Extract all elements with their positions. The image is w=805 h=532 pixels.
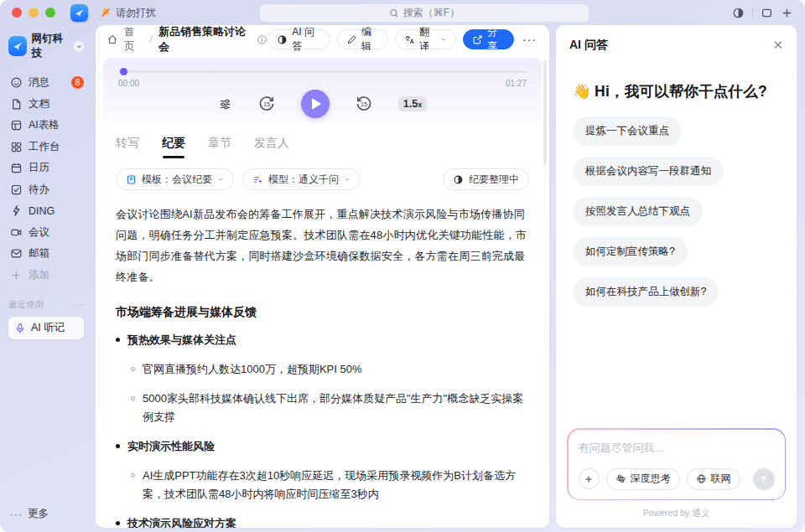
suggestion-chip[interactable]: 根据会议内容写一段群通知 [573,157,724,186]
svg-text:15: 15 [361,101,367,108]
playback-settings-icon[interactable] [218,97,232,111]
close-window-button[interactable] [12,8,22,18]
chevron-down-icon[interactable] [74,41,84,52]
tab-summary[interactable]: 纪要 [162,136,185,158]
do-not-disturb-status[interactable]: 请勿打扰 [100,6,156,20]
suggestion-chip[interactable]: 如何在科技产品上做创新? [573,277,719,307]
tab-speakers[interactable]: 发言人 [254,136,289,158]
playback-speed-button[interactable]: 1.5x [398,96,427,111]
total-time: 01:27 [506,79,527,88]
summary-intro: 会议讨论围绕AI新品发布会的筹备工作展开，重点解决技术演示风险与市场传播协同问题… [116,204,529,287]
sidebar-item-ai-table[interactable]: AI表格 [8,115,84,137]
forward-15-icon[interactable]: 15 [355,95,373,113]
bullet-icon [131,396,135,400]
sidebar-item-add[interactable]: 添加 [8,265,84,287]
bullet-item: 预热效果与媒体关注点 [116,331,529,349]
model-selector[interactable]: 模型：通义千问 [242,168,361,190]
bullet-icon [116,338,120,342]
breadcrumb-home[interactable]: 首页 [124,25,144,54]
calendar-icon [10,162,23,174]
main-scrollbar[interactable] [543,60,547,165]
pencil-icon [346,34,357,45]
sidebar-item-ding[interactable]: DING [8,200,84,222]
translate-icon [404,34,415,45]
theme-toggle-icon[interactable] [732,7,745,19]
recent-more-icon[interactable]: ··· [73,300,85,310]
bullet-item: 5000家头部科技媒体确认线下出席，部分媒体质疑产品"生产力"概念缺乏实操案例支… [131,390,529,426]
deep-think-icon [615,473,626,484]
close-icon[interactable]: ✕ [772,38,783,53]
send-button[interactable] [753,468,775,490]
ask-input[interactable]: 有问题尽管问我... [579,441,775,456]
maximize-window-button[interactable] [45,8,55,18]
suggestion-chip[interactable]: 如何定制宣传策略? [573,237,688,266]
bullet-icon [131,367,135,371]
edit-button[interactable]: 编辑 [337,29,388,49]
template-icon [126,174,137,185]
chevron-down-icon [344,176,351,183]
sidebar: 网钉科技 消息 8 文档 AI表格 [0,25,89,528]
half-circle-icon [277,34,288,45]
search-placeholder: 搜索（⌘F） [403,6,460,20]
sidebar-item-label: AI 听记 [31,321,65,335]
ai-qa-panel: AI 问答 ✕ 👋Hi，我可以帮你干点什么? 提炼一下会议重点 根据会议内容写一… [556,25,797,528]
chevron-down-icon [217,176,224,183]
template-selector[interactable]: 模板：会议纪要 [116,168,234,190]
todo-check-icon [10,183,23,196]
workspace-logo-icon [8,36,27,56]
workspace-switcher[interactable]: 网钉科技 [8,32,84,60]
sidebar-item-calendar[interactable]: 日历 [8,158,84,179]
sidebar-item-ai-notes[interactable]: AI 听记 [8,317,84,339]
globe-icon [696,473,707,484]
page-title: 新品销售策略讨论会 [158,25,251,54]
more-actions-button[interactable]: ··· [521,33,538,46]
svg-text:15: 15 [263,101,270,108]
sidebar-item-mail[interactable]: 邮箱 [8,243,84,265]
sidebar-more-button[interactable]: ··· 更多 [8,507,84,521]
table-icon [10,119,23,132]
button-label: AI 问答 [292,25,321,54]
model-label: 模型：通义千问 [268,173,339,187]
sidebar-item-messages[interactable]: 消息 8 [8,72,84,94]
attach-button[interactable] [579,468,600,489]
model-sparkle-icon [252,174,263,185]
lightning-icon [10,204,23,217]
sidebar-item-label: 日历 [29,161,49,175]
rewind-15-icon[interactable]: 15 [257,95,276,113]
new-window-icon[interactable] [761,7,773,19]
home-icon[interactable] [106,34,118,45]
share-button[interactable]: 分享 [463,29,514,49]
search-icon [389,8,399,18]
progress-bar[interactable] [118,68,527,75]
minimize-window-button[interactable] [29,8,39,18]
bullet-icon [131,473,135,478]
suggestion-chip[interactable]: 按照发言人总结下观点 [573,197,703,226]
info-icon[interactable] [257,34,267,45]
suggestion-chip[interactable]: 提炼一下会议重点 [573,116,682,146]
dingtalk-logo-icon [70,4,88,22]
sidebar-item-todo[interactable]: 待办 [8,179,84,201]
add-tab-icon[interactable] [781,7,793,19]
web-search-toggle[interactable]: 联网 [687,468,740,490]
window-controls [12,8,55,18]
status-label: 纪要整理中 [469,173,519,187]
progress-track [118,70,527,73]
sidebar-item-docs[interactable]: 文档 [8,94,84,116]
global-search-input[interactable]: 搜索（⌘F） [260,4,589,22]
tab-transcript[interactable]: 转写 [116,136,139,158]
translate-button[interactable]: 翻译 [395,29,456,49]
bullet-icon [116,444,120,448]
button-label: 编辑 [361,25,379,54]
sidebar-item-workbench[interactable]: 工作台 [8,137,84,158]
deep-think-toggle[interactable]: 深度思考 [606,468,680,490]
ai-qa-button[interactable]: AI 问答 [267,29,330,49]
document-icon [10,98,23,111]
grid-icon [10,141,23,153]
sidebar-item-meeting[interactable]: 会议 [8,222,84,244]
microphone-icon [14,323,26,334]
progress-knob[interactable] [120,68,127,75]
sidebar-item-label: 工作台 [29,140,60,154]
tab-chapters[interactable]: 章节 [208,136,231,158]
play-button[interactable] [301,90,330,118]
app-window: 请勿打扰 搜索（⌘F） [0,0,805,532]
